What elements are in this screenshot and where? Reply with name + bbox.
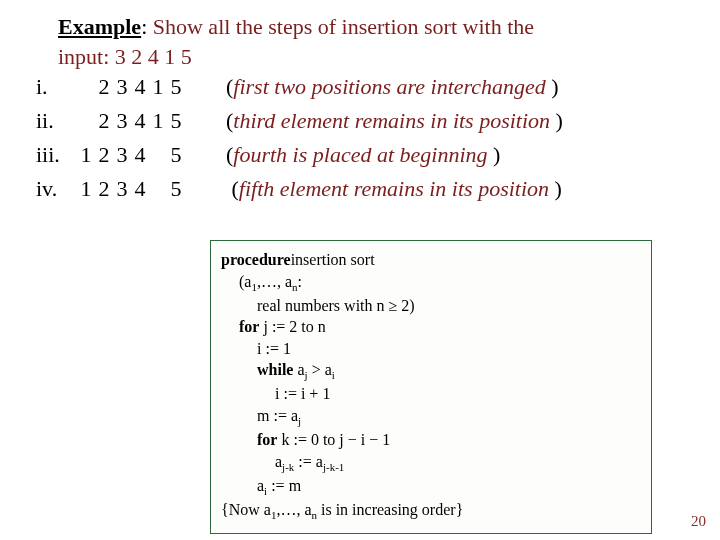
step-digits: 12345 [78,173,224,205]
example-colon: : [141,14,147,39]
step-note: (first two positions are interchanged ) [226,71,563,103]
example-title: Example: Show all the steps of insertion… [58,12,702,71]
kw-while: while [257,361,293,378]
slide: Example: Show all the steps of insertion… [0,0,720,540]
step-numeral: iii. [36,139,76,171]
steps-table: i. 23415 (first two positions are interc… [34,69,565,207]
pseudocode-box: procedureinsertion sort (a1,…, an: real … [210,240,652,534]
step-digits: 12345 [78,139,224,171]
kw-for: for [239,318,259,335]
step-row: ii. 23415 (third element remains in its … [36,105,563,137]
step-row: i. 23415 (first two positions are interc… [36,71,563,103]
step-row: iii. 12345 (fourth is placed at beginnin… [36,139,563,171]
step-numeral: ii. [36,105,76,137]
step-note: (fifth element remains in its position ) [226,173,563,205]
step-numeral: i. [36,71,76,103]
step-note: (third element remains in its position ) [226,105,563,137]
example-label: Example [58,14,141,39]
step-note: (fourth is placed at beginning ) [226,139,563,171]
kw-procedure: procedure [221,251,291,268]
title-text-1: Show all the steps of insertion sort wit… [153,14,534,39]
step-digits: 23415 [78,71,224,103]
title-text-2: input: 3 2 4 1 5 [58,44,192,69]
step-row: iv. 12345 (fifth element remains in its … [36,173,563,205]
step-digits: 23415 [78,105,224,137]
page-number: 20 [691,513,706,530]
kw-for: for [257,431,277,448]
step-numeral: iv. [36,173,76,205]
